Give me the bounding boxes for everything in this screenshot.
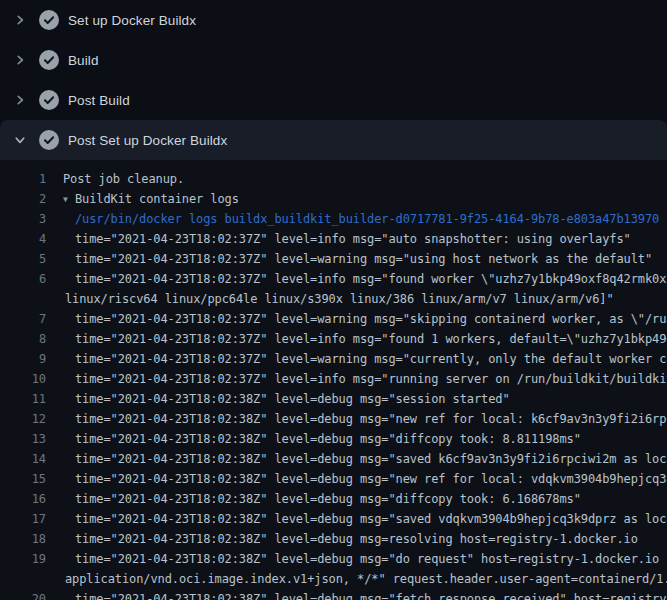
log-text: time="2021-04-23T18:02:38Z" level=debug … (46, 389, 667, 409)
log-text: time="2021-04-23T18:02:38Z" level=debug … (46, 529, 667, 549)
log-line-number[interactable] (0, 569, 46, 589)
step-label: Set up Docker Buildx (68, 13, 196, 28)
log-line: linux/riscv64 linux/ppc64le linux/s390x … (0, 289, 667, 309)
group-expanded-icon[interactable]: ▼ (63, 190, 75, 209)
log-line-number[interactable]: 10 (0, 369, 46, 389)
log-text: time="2021-04-23T18:02:37Z" level=info m… (46, 229, 667, 249)
log-line: 17time="2021-04-23T18:02:38Z" level=debu… (0, 509, 667, 529)
chevron-right-icon[interactable] (13, 53, 27, 67)
log-line-number[interactable]: 18 (0, 529, 46, 549)
log-text: time="2021-04-23T18:02:38Z" level=debug … (46, 429, 667, 449)
log-text: Post job cleanup. (46, 169, 667, 189)
log-text: time="2021-04-23T18:02:37Z" level=info m… (46, 329, 667, 349)
log-line-number[interactable]: 15 (0, 469, 46, 489)
step-list: Set up Docker Buildx Build Post Build (0, 0, 667, 160)
log-line: 9time="2021-04-23T18:02:37Z" level=warni… (0, 349, 667, 369)
log-line-number[interactable]: 13 (0, 429, 46, 449)
log-line: 14time="2021-04-23T18:02:38Z" level=debu… (0, 449, 667, 469)
chevron-right-icon[interactable] (13, 93, 27, 107)
log-text: time="2021-04-23T18:02:38Z" level=debug … (46, 409, 667, 429)
log-text: application/vnd.oci.image.index.v1+json,… (46, 569, 667, 589)
log-line: 5time="2021-04-23T18:02:37Z" level=warni… (0, 249, 667, 269)
log-text: time="2021-04-23T18:02:38Z" level=debug … (46, 589, 667, 600)
step-post-set-up-docker-buildx[interactable]: Post Set up Docker Buildx (0, 120, 667, 160)
step-build[interactable]: Build (0, 40, 667, 80)
log-line: 12time="2021-04-23T18:02:38Z" level=debu… (0, 409, 667, 429)
log-line-number[interactable]: 12 (0, 409, 46, 429)
check-circle-icon (39, 10, 59, 30)
log-line: 2▼BuildKit container logs (0, 189, 667, 209)
log-line-number[interactable]: 4 (0, 229, 46, 249)
log-text: linux/riscv64 linux/ppc64le linux/s390x … (46, 289, 667, 309)
log-text: time="2021-04-23T18:02:38Z" level=debug … (46, 449, 667, 469)
log-line: application/vnd.oci.image.index.v1+json,… (0, 569, 667, 589)
log-line: 10time="2021-04-23T18:02:37Z" level=info… (0, 369, 667, 389)
log-line: 16time="2021-04-23T18:02:38Z" level=debu… (0, 489, 667, 509)
log-line: 3/usr/bin/docker logs buildx_buildkit_bu… (0, 209, 667, 229)
step-label: Post Set up Docker Buildx (68, 133, 227, 148)
log-line-number[interactable]: 8 (0, 329, 46, 349)
log-line: 4time="2021-04-23T18:02:37Z" level=info … (0, 229, 667, 249)
log-line-number[interactable]: 3 (0, 209, 46, 229)
log-line: 8time="2021-04-23T18:02:37Z" level=info … (0, 329, 667, 349)
check-circle-icon (39, 50, 59, 70)
check-circle-icon (39, 130, 59, 150)
log-line: 7time="2021-04-23T18:02:37Z" level=warni… (0, 309, 667, 329)
log-text: time="2021-04-23T18:02:38Z" level=debug … (46, 489, 667, 509)
log-line-number[interactable]: 11 (0, 389, 46, 409)
step-set-up-docker-buildx[interactable]: Set up Docker Buildx (0, 0, 667, 40)
log-line-number[interactable]: 14 (0, 449, 46, 469)
log-line: 11time="2021-04-23T18:02:38Z" level=debu… (0, 389, 667, 409)
log-line-number[interactable]: 2 (0, 189, 46, 209)
step-label: Build (68, 53, 99, 68)
log-panel: 1Post job cleanup.2▼BuildKit container l… (0, 160, 667, 600)
log-line-number[interactable]: 20 (0, 589, 46, 600)
log-line: 13time="2021-04-23T18:02:38Z" level=debu… (0, 429, 667, 449)
log-text: time="2021-04-23T18:02:38Z" level=debug … (46, 549, 667, 569)
log-line-number[interactable]: 16 (0, 489, 46, 509)
log-line: 18time="2021-04-23T18:02:38Z" level=debu… (0, 529, 667, 549)
step-post-build[interactable]: Post Build (0, 80, 667, 120)
log-text: time="2021-04-23T18:02:38Z" level=debug … (46, 469, 667, 489)
log-command-text: /usr/bin/docker logs buildx_buildkit_bui… (46, 209, 667, 229)
log-line-number[interactable]: 17 (0, 509, 46, 529)
chevron-down-icon[interactable] (13, 133, 27, 147)
log-text: time="2021-04-23T18:02:37Z" level=info m… (46, 269, 667, 289)
log-line: 1Post job cleanup. (0, 169, 667, 189)
log-line: 15time="2021-04-23T18:02:38Z" level=debu… (0, 469, 667, 489)
step-label: Post Build (68, 93, 130, 108)
log-line-number[interactable] (0, 289, 46, 309)
log-text: time="2021-04-23T18:02:37Z" level=warnin… (46, 349, 667, 369)
log-text: time="2021-04-23T18:02:37Z" level=info m… (46, 369, 667, 389)
log-line: 20time="2021-04-23T18:02:38Z" level=debu… (0, 589, 667, 600)
log-line-number[interactable]: 1 (0, 169, 46, 189)
log-line-number[interactable]: 19 (0, 549, 46, 569)
log-line-number[interactable]: 7 (0, 309, 46, 329)
log-text: ▼BuildKit container logs (46, 189, 667, 209)
log-text: time="2021-04-23T18:02:37Z" level=warnin… (46, 309, 667, 329)
log-line-number[interactable]: 9 (0, 349, 46, 369)
check-circle-icon (39, 90, 59, 110)
workflow-log-viewer: Set up Docker Buildx Build Post Build (0, 0, 667, 600)
log-text: time="2021-04-23T18:02:38Z" level=debug … (46, 509, 667, 529)
log-line: 6time="2021-04-23T18:02:37Z" level=info … (0, 269, 667, 289)
log-line-number[interactable]: 5 (0, 249, 46, 269)
log-line-number[interactable]: 6 (0, 269, 46, 289)
log-text: time="2021-04-23T18:02:37Z" level=warnin… (46, 249, 667, 269)
log-line: 19time="2021-04-23T18:02:38Z" level=debu… (0, 549, 667, 569)
chevron-right-icon[interactable] (13, 13, 27, 27)
